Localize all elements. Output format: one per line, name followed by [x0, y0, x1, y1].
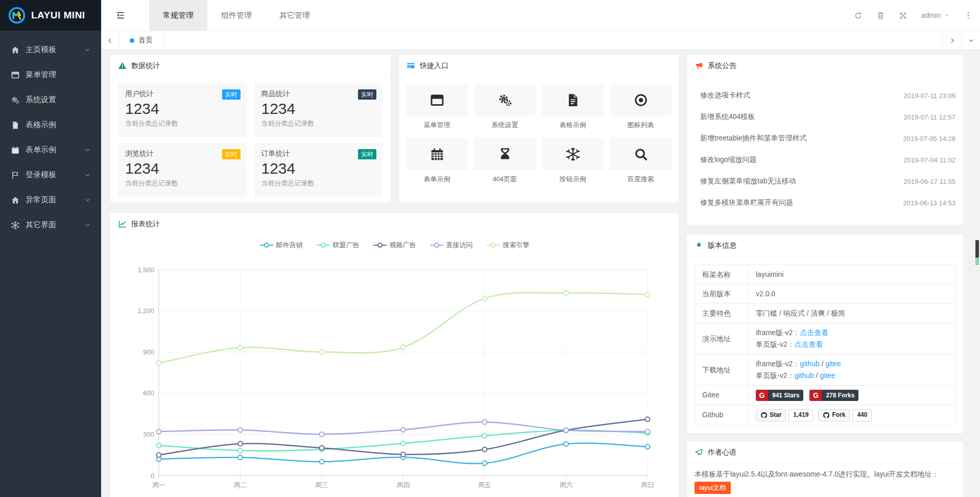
announcement-date: 2019-07-11 12:57	[903, 113, 955, 121]
sidebar-item-表格示例[interactable]: 表格示例	[0, 112, 101, 137]
realtime-badge: 实时	[222, 149, 241, 159]
chevron-left-icon	[107, 37, 113, 44]
quick-entry-系统设置[interactable]: 系统设置	[474, 84, 536, 130]
user-dropdown[interactable]: admin	[915, 11, 957, 19]
layui-logo-icon	[8, 6, 26, 25]
announcement-row[interactable]: 修改logo缩放问题2019-07-04 11:02	[700, 149, 955, 171]
announcement-date: 2019-07-11 23:06	[903, 92, 955, 100]
github-Fork-count[interactable]: 440	[852, 409, 872, 421]
quick-entry-按钮示例[interactable]: 按钮示例	[542, 138, 604, 184]
github-Fork-group: Fork440	[818, 409, 872, 421]
tabs-scroll-left-button[interactable]	[101, 31, 119, 50]
gitee-badge-941 Stars[interactable]: G941 Stars	[756, 390, 803, 401]
legend-item-邮件营销[interactable]: 邮件营销	[260, 241, 303, 250]
tab-首页[interactable]: 首页	[119, 31, 164, 50]
link-github[interactable]: github	[800, 360, 819, 368]
sidebar-item-其它界面[interactable]: 其它界面	[0, 212, 101, 238]
sidebar-item-表单示例[interactable]: 表单示例	[0, 137, 101, 162]
sidebar-item-系统设置[interactable]: 系统设置	[0, 87, 101, 112]
tabbar: 首页	[101, 31, 980, 50]
more-menu-button[interactable]	[957, 11, 980, 19]
clear-cache-button[interactable]	[870, 11, 892, 20]
stat-card-value: 1234	[261, 100, 376, 118]
quick-entry-表格示例[interactable]: 表格示例	[542, 84, 604, 130]
announcement-row[interactable]: 新增treetable插件和菜单管理样式2019-07-05 14:28	[700, 128, 955, 149]
link-点击查看[interactable]: 点击查看	[794, 340, 823, 348]
legend-label: 视频广告	[390, 241, 416, 250]
legend-item-视频广告[interactable]: 视频广告	[373, 241, 416, 250]
layui-doc-button[interactable]: layui文档	[695, 482, 731, 494]
stat-card-desc: 当前分类总记录数	[125, 119, 240, 128]
file-icon	[11, 121, 20, 130]
quick-entry-菜单管理[interactable]: 菜单管理	[406, 84, 468, 130]
report-panel-title: 报表统计	[131, 220, 160, 229]
scrollbar-thumb-green	[975, 257, 979, 265]
sidebar-menu: 主页模板菜单管理系统设置表格示例表单示例登录模板异常页面其它界面	[0, 31, 101, 238]
announcement-row[interactable]: 修复左侧菜单缩放tab无法移动2019-06-17 11:55	[700, 171, 955, 192]
version-row-Gitee: GiteeG941 StarsG278 Forks	[695, 386, 955, 405]
quick-entry-label: 系统设置	[474, 121, 536, 130]
stats-panel-title: 数据统计	[131, 61, 160, 70]
report-panel: 报表统计 邮件营销联盟广告视频广告直接访问搜索引擎 03006009001,20…	[110, 212, 679, 497]
sidebar-toggle-button[interactable]	[101, 0, 140, 31]
version-info-panel: 版本信息 框架名称layuimini当前版本v2.0.0主要特色零门槛 / 响应…	[686, 234, 964, 434]
sidebar-item-菜单管理[interactable]: 菜单管理	[0, 62, 101, 87]
legend-item-联盟广告[interactable]: 联盟广告	[317, 241, 360, 250]
tabs-menu-button[interactable]	[961, 31, 980, 50]
link-github[interactable]: github	[794, 371, 814, 380]
version-row-label: 演示地址	[695, 323, 749, 354]
gears-icon	[497, 92, 513, 108]
version-row-value: iframe版-v2：github / gitee单页版-v2：github /…	[749, 354, 955, 386]
report-panel-header: 报表统计	[110, 213, 679, 235]
tabs-scroll-right-button[interactable]	[942, 31, 961, 50]
quick-panel-header: 快捷入口	[399, 55, 679, 77]
sidebar-item-主页模板[interactable]: 主页模板	[0, 37, 101, 62]
home-icon	[11, 45, 20, 55]
quick-entry-表单示例[interactable]: 表单示例	[406, 138, 468, 184]
stat-card-value: 1234	[125, 100, 240, 118]
author-panel-header: 作者心语	[687, 441, 963, 464]
fullscreen-button[interactable]	[892, 11, 915, 20]
quick-entry-label: 表单示例	[406, 175, 468, 184]
legend-label: 搜索引擎	[503, 241, 530, 250]
sidebar: LAYUI MINI 主页模板菜单管理系统设置表格示例表单示例登录模板异常页面其…	[0, 0, 101, 497]
github-Star-group: Star1,419	[756, 409, 813, 421]
quick-entry-百度搜索[interactable]: 百度搜索	[610, 138, 672, 184]
author-panel-title: 作者心语	[708, 448, 736, 457]
top-nav-组件管理[interactable]: 组件管理	[207, 0, 266, 31]
github-Fork-button[interactable]: Fork	[818, 409, 850, 421]
quick-entry-图标列表[interactable]: 图标列表	[610, 84, 672, 130]
legend-label: 直接访问	[446, 241, 473, 250]
bullhorn-icon	[695, 61, 703, 70]
github-Star-button[interactable]: Star	[756, 409, 786, 421]
link-gitee[interactable]: gitee	[825, 360, 841, 368]
link-gitee[interactable]: gitee	[820, 371, 835, 380]
announcement-row[interactable]: 新增系统404模板2019-07-11 12:57	[700, 106, 955, 128]
quick-entry-404页面[interactable]: 404页面	[474, 138, 536, 184]
svg-text:周四: 周四	[397, 481, 410, 489]
open-tabs: 首页	[119, 31, 164, 50]
announcement-row[interactable]: 修复多模块菜单栏展开有问题2019-06-13 14:53	[700, 192, 955, 214]
legend-item-直接访问[interactable]: 直接访问	[430, 241, 473, 250]
sidebar-item-异常页面[interactable]: 异常页面	[0, 187, 101, 212]
content-scrollbar-thumb[interactable]	[975, 240, 979, 265]
announcement-date: 2019-06-13 14:53	[903, 199, 955, 207]
logo[interactable]: LAYUI MINI	[0, 0, 101, 31]
chevron-down-icon	[968, 37, 974, 44]
announcement-row[interactable]: 修改选项卡样式2019-07-11 23:06	[700, 85, 955, 106]
quick-entry-icon-box	[542, 138, 604, 170]
logo-text: LAYUI MINI	[31, 10, 85, 21]
link-点击查看[interactable]: 点击查看	[800, 328, 828, 337]
paper-plane-icon	[695, 448, 703, 457]
top-nav-其它管理[interactable]: 其它管理	[266, 0, 324, 31]
legend-marker	[487, 242, 500, 248]
gitee-badge-278 Forks[interactable]: G278 Forks	[809, 390, 858, 401]
top-nav-常规管理[interactable]: 常规管理	[149, 0, 207, 31]
sidebar-item-登录模板[interactable]: 登录模板	[0, 162, 101, 187]
github-button-label: Fork	[832, 409, 845, 421]
legend-item-搜索引擎[interactable]: 搜索引擎	[487, 241, 530, 250]
version-row-label: Gitee	[695, 386, 749, 405]
announcement-text: 新增treetable插件和菜单管理样式	[700, 134, 903, 143]
refresh-button[interactable]	[847, 11, 870, 20]
github-Star-count[interactable]: 1,419	[788, 409, 813, 421]
